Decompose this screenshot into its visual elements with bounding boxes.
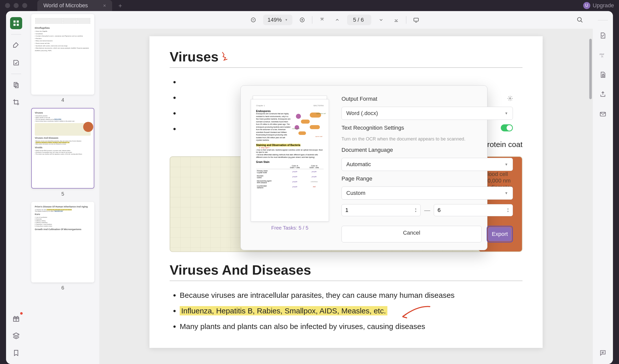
settings-gear-icon[interactable] [507,96,513,102]
bookmark-icon[interactable] [10,347,22,359]
window-controls [5,3,27,8]
ocr-label: Text Recognition Settings [342,125,404,131]
gift-icon[interactable] [10,313,22,325]
range-to-input[interactable] [438,207,507,213]
layers-icon[interactable] [10,330,22,342]
zoom-in-button[interactable] [297,15,307,25]
comment-icon[interactable] [597,347,609,359]
cancel-button[interactable]: Cancel [342,226,482,242]
heading-viruses: Viruses [170,49,522,64]
maximize-window-button[interactable] [22,3,27,8]
free-tasks-label: Free Tasks: 5 / 5 [271,225,308,231]
main-area: 149% ▼ 5/6 Viruses [99,11,593,364]
svg-rect-0 [14,21,16,23]
page-range-label: Page Range [342,175,513,182]
svg-line-17 [581,21,582,22]
upgrade-button[interactable]: U Upgrade [583,2,614,9]
email-icon[interactable] [597,108,609,120]
crop-tool-icon[interactable] [10,96,22,108]
svg-rect-3 [17,24,19,26]
highlight-tool-icon[interactable] [10,40,22,52]
svg-rect-21 [602,75,604,77]
search-button[interactable] [575,15,585,25]
zoom-value: 149% [268,17,282,23]
output-format-label: Output Format [342,96,377,102]
user-avatar: U [583,2,590,9]
heading-diseases: Viruses And Diseases [170,262,522,278]
prev-page-button[interactable] [332,15,343,25]
svg-point-16 [577,17,581,21]
thumbnail-page-4[interactable]: Dinoflagellata • Have two flagella• Unic… [31,14,94,103]
range-from-stepper[interactable]: ▲▼ [342,204,421,216]
svg-rect-2 [14,24,16,26]
export-button[interactable]: Export [488,227,512,241]
last-page-button[interactable] [391,15,401,25]
thumbnails-panel[interactable]: Dinoflagellata • Have two flagella• Unic… [26,11,99,364]
share-icon[interactable] [597,88,609,100]
squiggle-annotation [221,50,234,64]
thumbnail-number: 5 [31,191,94,197]
upgrade-label: Upgrade [593,2,614,9]
document-tab[interactable]: World of Microbes × [37,0,112,11]
output-format-select[interactable]: Word (.docx) ▼ [342,107,513,120]
zoom-select[interactable]: 149% ▼ [263,15,292,25]
convert-icon[interactable] [597,29,609,42]
next-page-button[interactable] [376,15,386,25]
first-page-button[interactable] [317,15,327,25]
svg-text:/A: /A [601,55,603,58]
ocr-hint: Turn on the OCR when the document appear… [342,136,513,142]
tab-title: World of Microbes [43,2,88,9]
pages-tool-icon[interactable] [10,79,22,91]
export-modal: Chapter 1BACTERIA Endospores Endospores … [240,85,487,250]
annotate-tool-icon[interactable] [10,57,22,69]
ocr-toggle[interactable] [501,124,513,131]
scrollbar[interactable] [589,29,592,364]
language-label: Document Language [342,147,513,153]
left-rail [6,11,26,364]
arrow-annotation [397,304,433,324]
svg-point-18 [509,98,511,99]
new-tab-button[interactable]: ＋ [117,2,123,10]
diseases-bullet-list: Because viruses are intracellular parasi… [170,288,522,333]
language-select[interactable]: Automatic ▼ [342,158,513,171]
range-from-input[interactable] [345,207,415,213]
presentation-button[interactable] [411,15,421,25]
minimize-window-button[interactable] [14,3,19,8]
range-to-stepper[interactable]: ▲▼ [434,204,513,216]
thumbnails-view-icon[interactable] [10,17,22,29]
export-preview: Chapter 1BACTERIA Endospores Endospores … [251,96,329,242]
right-rail: PDF/A [593,11,613,364]
svg-rect-14 [414,18,418,21]
thumbnail-page-6[interactable]: Prion's Disease Of Human Inheritance And… [31,202,94,291]
svg-rect-5 [15,84,18,88]
export-form: Output Format Word (.docx) ▼ Text Recogn… [342,96,513,242]
titlebar: World of Microbes × ＋ U Upgrade [0,0,619,11]
toolbar: 149% ▼ 5/6 [99,11,593,29]
thumbnail-number: 4 [31,97,94,103]
pdfa-icon[interactable]: PDF/A [597,49,609,61]
app-window: Dinoflagellata • Have two flagella• Unic… [6,11,613,364]
zoom-out-button[interactable] [248,15,259,25]
protect-icon[interactable] [597,69,609,81]
tab-close-button[interactable]: × [103,3,106,9]
close-window-button[interactable] [5,3,10,8]
page-range-select[interactable]: Custom ▼ [342,187,513,200]
page-indicator[interactable]: 5/6 [347,15,372,25]
thumbnail-page-5[interactable]: Viruses • Intracellular parasites• Highl… [31,108,94,197]
svg-rect-1 [17,21,19,23]
thumbnail-number: 6 [31,285,94,291]
highlighted-text: Influenza, Hepatitis B, Rabies, Smallpox… [180,306,387,315]
